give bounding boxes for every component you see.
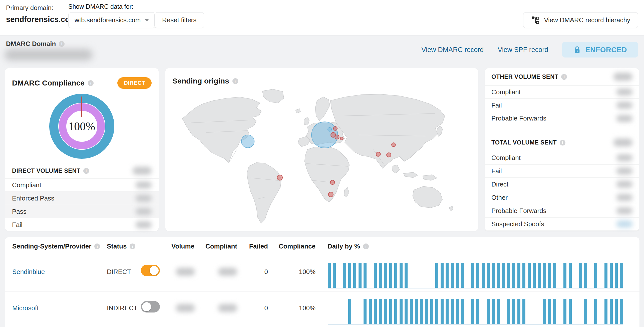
view-spf-record-link[interactable]: View SPF record	[498, 46, 548, 54]
info-icon[interactable]	[560, 140, 565, 146]
primary-domain-label: Primary domain:	[6, 4, 53, 12]
compliant-value	[218, 302, 237, 314]
direct-volume-title: DIRECT VOLUME SENT	[12, 167, 89, 174]
redacted-value	[218, 268, 237, 276]
info-icon[interactable]	[88, 80, 94, 86]
compliance-value: 100%	[275, 302, 315, 314]
map-bubble-red[interactable]	[376, 152, 380, 156]
total-volume-title: TOTAL VOLUME SENT	[491, 139, 565, 146]
provider-row-microsoft: Microsoft INDIRECT 0 100%	[5, 292, 639, 327]
column-header-daily: Daily by %	[328, 237, 369, 255]
redacted-value	[616, 88, 632, 96]
world-map[interactable]	[170, 87, 473, 224]
info-icon[interactable]	[94, 244, 100, 249]
info-icon[interactable]	[232, 78, 238, 84]
table-row: Compliant	[5, 178, 159, 192]
info-icon[interactable]	[130, 244, 135, 249]
enforced-badge[interactable]: ENFORCED	[562, 42, 638, 58]
view-dmarc-record-link[interactable]: View DMARC record	[422, 46, 484, 54]
compliant-value	[218, 266, 237, 277]
failed-value: 0	[240, 302, 268, 314]
map-bubble-red[interactable]	[334, 126, 337, 130]
primary-domain-value: sendforensics.com	[6, 15, 77, 24]
domain-select[interactable]: wtb.sendforensics.com	[68, 12, 155, 28]
info-icon[interactable]	[59, 41, 65, 47]
status-value: INDIRECT	[107, 302, 138, 314]
redacted-domain-value	[5, 49, 93, 60]
row-label: Suspected Spoofs	[491, 220, 544, 228]
info-icon[interactable]	[83, 168, 89, 174]
table-row: Enforced Pass	[5, 192, 159, 205]
status-toggle[interactable]	[141, 265, 160, 276]
table-row: Suspected Spoofs	[485, 217, 639, 230]
redacted-value	[616, 115, 632, 122]
redacted-value	[136, 195, 152, 202]
failed-value: 0	[240, 266, 268, 277]
domain-header-actions: View DMARC record View SPF record ENFORC…	[422, 42, 638, 58]
info-icon[interactable]	[363, 244, 369, 249]
redacted-value	[616, 102, 632, 109]
providers-table-header: Sending-System/Provider Status Volume Co…	[5, 237, 639, 255]
volume-summary-card: OTHER VOLUME SENT Compliant Fail Probabl…	[485, 68, 639, 231]
hierarchy-icon	[531, 16, 540, 25]
toggle-knob	[142, 302, 151, 311]
row-label: Other	[491, 194, 508, 202]
domain-select-value: wtb.sendforensics.com	[75, 16, 141, 24]
column-header-status: Status	[107, 237, 135, 255]
map-bubble-red[interactable]	[335, 135, 339, 139]
redacted-value	[136, 221, 152, 228]
row-label: Fail	[491, 167, 502, 175]
provider-link[interactable]: Sendinblue	[12, 266, 45, 277]
map-bubble-red[interactable]	[387, 153, 391, 157]
status-toggle[interactable]	[141, 301, 160, 312]
table-row: Other	[485, 191, 639, 204]
table-row: Fail	[485, 98, 639, 112]
volume-value	[176, 266, 195, 277]
redacted-value	[133, 167, 152, 175]
redacted-value	[613, 73, 632, 81]
column-header-provider: Sending-System/Provider	[12, 237, 100, 255]
table-row: Fail	[5, 218, 159, 231]
view-hierarchy-label: View DMARC record hierachy	[544, 16, 630, 24]
filter-label: Show DMARC data for:	[68, 3, 133, 10]
table-row: Compliant	[485, 151, 639, 164]
other-volume-title: OTHER VOLUME SENT	[491, 73, 567, 80]
map-bubble-red[interactable]	[392, 143, 395, 146]
info-icon[interactable]	[561, 74, 567, 80]
compliance-donut-chart: 100%	[49, 94, 114, 159]
table-row: Direct	[485, 178, 639, 191]
direct-badge: DIRECT	[117, 77, 152, 89]
map-bubble-blue[interactable]	[241, 135, 254, 148]
redacted-value	[136, 208, 152, 215]
row-label: Fail	[12, 221, 23, 229]
row-label: Compliant	[491, 88, 521, 96]
view-hierarchy-button[interactable]: View DMARC record hierachy	[523, 12, 638, 28]
provider-row-sendinblue: Sendinblue DIRECT 0 100%	[5, 255, 639, 292]
row-label: Compliant	[12, 181, 41, 189]
table-row: Probable Forwards	[485, 112, 639, 125]
sending-origins-title: Sending origins	[172, 77, 471, 85]
reset-filters-button[interactable]: Reset filters	[154, 12, 204, 28]
redacted-value	[616, 154, 632, 161]
redacted-value	[176, 268, 195, 276]
dmarc-compliance-card: DMARC Compliance DIRECT 100% DIRECT VOLU…	[5, 68, 159, 231]
dmarc-dashboard: Primary domain: sendforensics.com Show D…	[0, 0, 644, 327]
provider-link[interactable]: Microsoft	[12, 302, 39, 314]
table-row: Probable Forwards	[485, 204, 639, 217]
map-bubble-red[interactable]	[329, 192, 333, 197]
row-label: Probable Forwards	[491, 114, 546, 122]
row-label: Enforced Pass	[12, 194, 54, 202]
providers-table-card: Sending-System/Provider Status Volume Co…	[5, 237, 639, 327]
map-bubble-red[interactable]	[277, 175, 282, 180]
map-bubble-red[interactable]	[340, 137, 343, 140]
redacted-value	[176, 304, 195, 312]
reset-filters-label: Reset filters	[162, 16, 196, 24]
volume-value	[176, 302, 195, 314]
column-header-compliance: Compliance	[275, 237, 315, 255]
daily-bar-chart	[328, 299, 623, 325]
map-bubble-blue[interactable]	[328, 128, 332, 131]
map-bubble-red[interactable]	[330, 180, 335, 184]
compliance-value: 100%	[275, 266, 315, 277]
compliance-card-title: DMARC Compliance	[12, 79, 94, 87]
dmarc-domain-title: DMARC Domain	[6, 40, 65, 48]
